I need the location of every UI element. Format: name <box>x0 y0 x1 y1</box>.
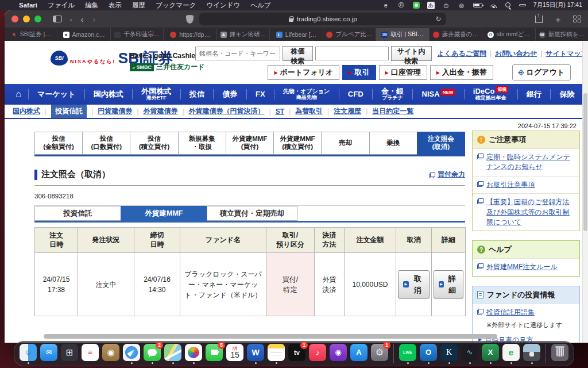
mmf-rules-link[interactable]: 外貨建MMF注文ルール <box>486 262 558 272</box>
dock-activity-icon[interactable]: ∿ <box>461 344 479 364</box>
google-menu-icon[interactable]: Ⓖ <box>397 2 405 9</box>
home-icon[interactable]: ⌂ <box>16 89 21 100</box>
dock-messages-icon[interactable]: 2 <box>143 344 161 364</box>
tab-new-offering[interactable]: 新規募集 ・取扱 <box>178 132 226 155</box>
site-search-input[interactable] <box>315 47 389 60</box>
address-bar[interactable]: trading0.sbisec.co.jp ↻ <box>199 13 446 25</box>
tab-fund-amount-buy[interactable]: 投信 (金額買付) <box>34 132 82 155</box>
minimize-window-button[interactable] <box>23 16 30 22</box>
tab-fund-saving-buy[interactable]: 投信 (積立買付) <box>130 132 177 155</box>
menu-view[interactable]: 表示 <box>103 1 127 10</box>
evernote-menu-icon[interactable]: e <box>382 2 390 9</box>
trading-notes-link[interactable]: お取引注意事項 <box>486 180 535 190</box>
subnav-fcy-bonds-jpy[interactable]: 外貨建債券（円貨決済） <box>189 106 265 116</box>
menu-help[interactable]: ヘルプ <box>245 1 276 10</box>
nav-bonds[interactable]: 債券 <box>220 90 239 98</box>
nav-market[interactable]: マーケット <box>35 90 78 98</box>
dock-appstore-icon[interactable]: A <box>350 344 368 364</box>
dock-mail-icon[interactable]: ✉ <box>40 344 58 364</box>
nav-fx[interactable]: FX <box>253 90 268 98</box>
nav-domestic-stock[interactable]: 国内株式 <box>91 90 126 98</box>
scrollbar-thumb[interactable] <box>44 334 497 339</box>
tab-fund-unit-buy[interactable]: 投信 (口数買付) <box>82 132 130 155</box>
dock-finder-icon[interactable]: ☺ <box>19 344 37 364</box>
close-window-button[interactable] <box>11 16 18 22</box>
menu-file[interactable]: ファイル <box>42 1 80 10</box>
browser-tab[interactable]: LLifebear [… <box>270 28 323 41</box>
tab-foreign-mmf-active[interactable]: 外貨建MMF <box>121 206 207 221</box>
portfolio-button[interactable]: ポートフォリオ <box>268 65 339 80</box>
dock-music-icon[interactable]: ♪ <box>308 344 327 364</box>
shortcuts-menu-icon[interactable]: ◎ <box>458 2 466 9</box>
subnav-domestic-stock[interactable]: 国内株式 <box>13 106 40 116</box>
privacy-shield-icon[interactable] <box>186 15 194 24</box>
tab-sell[interactable]: 売却 <box>321 132 369 155</box>
nav-cfd[interactable]: CFD <box>346 90 366 98</box>
dock-line-icon[interactable]: LINE <box>399 344 417 364</box>
subnav-today-executions[interactable]: 当日約定一覧 <box>372 106 413 116</box>
subnav-order-history[interactable]: 注文履歴 <box>334 106 361 116</box>
stock-search-button[interactable]: 株価検索 <box>283 46 313 61</box>
nav-bank[interactable]: 銀行 <box>524 90 544 98</box>
stock-search-input[interactable] <box>195 47 280 60</box>
smbc-ad-banner[interactable]: Have a good Cashless. SMBC 三井住友カード <box>130 52 205 72</box>
dock-safari-icon[interactable] <box>122 344 141 364</box>
menubar-clock[interactable]: 7月15日(月) 17:41 <box>533 1 582 9</box>
contact-link[interactable]: お問い合わせ <box>495 49 537 59</box>
menu-app-name[interactable]: Safari <box>14 2 42 9</box>
nationality-notice-link[interactable]: 【重要】国籍のご登録方法及び外国株式等のお取引制限について <box>486 197 575 227</box>
chevron-down-icon[interactable]: ⌄ <box>69 16 74 22</box>
wifi-icon[interactable] <box>490 2 497 8</box>
line-menu-icon[interactable] <box>413 2 420 9</box>
browser-tab[interactable]: ブルベア比… <box>323 28 376 41</box>
dock-photos-icon[interactable] <box>184 344 203 364</box>
subnav-fcy-bonds[interactable]: 外貨建債券 <box>143 106 177 116</box>
order-detail-button[interactable]: ▶詳細 <box>434 270 463 298</box>
dock-word-icon[interactable]: W <box>246 344 265 364</box>
menu-bookmarks[interactable]: ブックマーク <box>150 1 201 10</box>
dock-maps-icon[interactable] <box>164 344 182 364</box>
sidebar-toggle-icon[interactable] <box>53 16 62 22</box>
tab-mmf-saving-buy[interactable]: 外貨建MMF (積立買付) <box>273 132 321 155</box>
menu-history[interactable]: 履歴 <box>127 1 150 10</box>
dock-excel-icon[interactable]: X <box>481 344 500 364</box>
nav-ideco[interactable]: iDeCo節税確定拠出年金 <box>471 87 511 101</box>
subnav-jpy-bonds[interactable]: 円貨建債券 <box>98 106 132 116</box>
dock-reminders-icon[interactable]: ≡ <box>81 344 99 364</box>
menu-window[interactable]: ウインドウ <box>201 1 245 10</box>
tab-investment-trust[interactable]: 投資信託 <box>34 206 121 221</box>
browser-tab[interactable]: A錬キン術研… <box>217 28 270 41</box>
browser-tab[interactable]: W新規投稿を… <box>536 28 588 41</box>
dock-calendar-icon[interactable]: 7月15 <box>226 344 244 364</box>
dock-launchpad-icon[interactable]: ⊞ <box>60 344 79 364</box>
dock-appletv-icon[interactable]: 1tv <box>288 344 306 364</box>
cancel-order-button[interactable]: ▶取消 <box>398 270 430 298</box>
tab-mmf-buy[interactable]: 外貨建MMF (買付) <box>226 132 273 155</box>
browser-tab[interactable]: SSBI証券 |… <box>5 28 57 41</box>
vertical-scrollbar[interactable] <box>582 41 588 343</box>
tab-order-inquiry-active[interactable]: 注文照会 (取消) <box>417 132 465 155</box>
site-search-button[interactable]: サイト内検索 <box>391 46 432 61</box>
subnav-funds-selected[interactable]: 投資信託 <box>51 105 87 118</box>
maintenance-link[interactable]: 定期・臨時システムメンテナンスのお知らせ <box>486 152 575 172</box>
dock-evernote-icon[interactable]: e <box>502 344 520 364</box>
browser-tab[interactable]: Gsbi mmfど… <box>482 28 535 41</box>
horizontal-scrollbar[interactable] <box>5 334 588 339</box>
dock-pictures-icon[interactable] <box>523 344 541 364</box>
zoom-window-button[interactable] <box>34 16 41 22</box>
tab-saving-periodic-sell[interactable]: 積立買付・定期売却 <box>207 206 297 221</box>
back-button[interactable]: ‹ <box>79 15 86 24</box>
deposit-transfer-button[interactable]: 入出金・振替 <box>430 65 493 80</box>
account-mgmt-button[interactable]: 口座管理 <box>379 65 427 80</box>
dock-trash-icon[interactable] <box>551 344 569 364</box>
buying-power-link[interactable]: 買付余力 <box>438 170 465 179</box>
sitemap-link[interactable]: サイトマップ <box>546 49 588 59</box>
browser-tab[interactable]: https://dp… <box>164 28 216 41</box>
new-tab-button[interactable]: ＋ <box>552 15 564 24</box>
scrollbar-thumb[interactable] <box>583 93 587 231</box>
reload-icon[interactable]: ↻ <box>435 15 441 23</box>
dock-settings-icon[interactable]: 1⚙ <box>370 344 389 364</box>
dock-facetime-icon[interactable]: 5 <box>205 344 223 364</box>
browser-tab-active[interactable]: SBI取引 | SBI… <box>376 28 429 41</box>
dock-kindle-icon[interactable]: K <box>440 344 458 364</box>
